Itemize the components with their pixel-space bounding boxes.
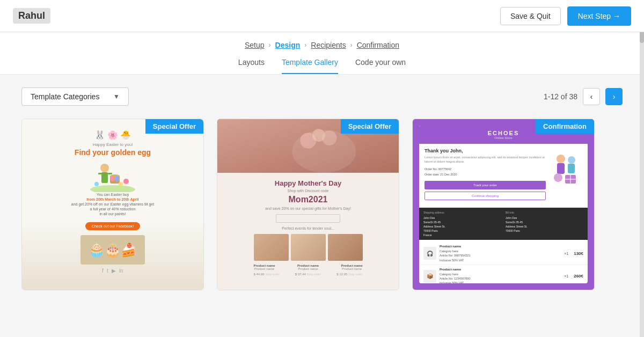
product-1-image: 🎧 [423, 247, 436, 260]
confirmation-inner: ECHOES Online Store Thank you John, Lore… [419, 126, 588, 283]
shipping-title: Shipping address [423, 210, 501, 215]
confirmation-continue-btn: Continue shopping [425, 192, 546, 200]
svg-point-1 [100, 164, 109, 172]
pagination-text: 1-12 of 38 [544, 92, 577, 101]
pagination: 1-12 of 38 ‹ › [544, 88, 623, 105]
template-badge-special-offer-1: Special Offer [145, 119, 203, 134]
product-prices: $ 44.99 Stay safe! $ 37.44 Stay safe! $ … [254, 273, 363, 276]
product-1-tax: Inclusive 50% VAT [440, 258, 561, 262]
bill-title: Bill info [506, 210, 583, 215]
product-1-name: Product name [440, 244, 561, 249]
confirmation-product-1: 🎧 Product name Category here Article No:… [419, 242, 588, 265]
bill-name: John Doe [506, 216, 583, 220]
svg-point-19 [568, 156, 575, 164]
tab-code-your-own[interactable]: Code your own [355, 58, 406, 74]
breadcrumb-confirmation[interactable]: Confirmation [357, 41, 399, 49]
sep-3: › [350, 41, 353, 49]
template-badge-special-offer-2: Special Offer [341, 119, 399, 134]
product-1-category: Category here [440, 249, 561, 253]
svg-point-16 [322, 130, 337, 145]
mothers-day-subtitle2: and save 20% on our special gifts for Mo… [254, 206, 363, 211]
product-2-name: Product name [440, 267, 561, 272]
product-1-qty: ×1 [564, 252, 568, 255]
mothers-day-photos [254, 234, 363, 261]
product-2-info: Product name Category here Article No: 1… [440, 267, 561, 283]
mothers-day-content: Happy Mother's Day Shop with Discount co… [243, 173, 374, 290]
shipping-country: France [423, 233, 501, 237]
photo-3 [328, 234, 363, 261]
scrollbar-track [640, 0, 644, 337]
tab-template-gallery[interactable]: Template Gallery [282, 58, 338, 74]
svg-point-10 [119, 182, 123, 186]
shipping-city: 70000 Paris [423, 229, 501, 233]
tabs: Layouts Template Gallery Code your own [225, 58, 419, 74]
confirmation-body: Thank you John, Lorem ipsum dolor sit am… [419, 144, 588, 208]
pagination-next-button[interactable]: › [605, 88, 623, 105]
template-grid: Special Offer 🐰🌸🐣 Happy Easter to you! F… [21, 119, 623, 290]
sep-2: › [304, 41, 306, 49]
product-labels: Product name Product name Product name P… [254, 264, 363, 270]
product-2-tax: Inclusive 50% VAT [440, 281, 561, 283]
photo-2 [291, 234, 326, 261]
svg-point-17 [557, 155, 565, 163]
bill-street: SomeSt 35-45 [506, 220, 583, 224]
confirmation-bill: Bill info John Doe SomeSt 35-45 Address … [506, 210, 583, 237]
product-1-sku: Article No: 0987954321 [440, 253, 561, 258]
confirmation-order-info: Order No: 90775642 Order date: 21 Dec 20… [425, 167, 546, 178]
header-actions: Save & Quit Next Step → [500, 6, 631, 26]
svg-rect-20 [568, 164, 575, 173]
mothers-day-body: Perfect events for tender soul... [254, 226, 363, 231]
easter-illustration [89, 160, 137, 192]
template-badge-confirmation: Confirmation [536, 119, 594, 134]
template-card-mothers-day[interactable]: Special Offer [217, 119, 399, 290]
easter-social: ft▶in [102, 268, 123, 274]
breadcrumb: Setup › Design › Recipients › Confirmati… [245, 41, 399, 49]
pagination-prev-button[interactable]: ‹ [583, 88, 600, 105]
easter-cta: Check out our Facebook! [85, 222, 140, 230]
template-card-easter[interactable]: Special Offer 🐰🌸🐣 Happy Easter to you! F… [21, 119, 204, 290]
svg-point-11 [94, 182, 99, 186]
product-2-image: 📦 [423, 270, 436, 283]
easter-text: You can Easter buy from 20th March to 20… [71, 192, 154, 216]
mothers-day-title: Happy Mother's Day [254, 179, 363, 187]
bill-city: 70000 Paris [506, 229, 583, 233]
bill-address2: Address Street St. [506, 224, 583, 229]
category-dropdown[interactable]: Template Categories ▼ [21, 87, 129, 106]
toolbar: Template Categories ▼ 1-12 of 38 ‹ › [21, 87, 623, 106]
mothers-day-subtitle1: Shop with Discount code [254, 189, 363, 193]
product-2-price: 260€ [574, 274, 583, 279]
product-2-category: Category here [440, 272, 561, 276]
confirmation-content-row: Thank you John, Lorem ipsum dolor sit am… [425, 148, 582, 203]
photo-1 [254, 234, 289, 261]
svg-point-8 [115, 176, 119, 181]
product-1-price: 130€ [574, 251, 583, 256]
breadcrumb-design[interactable]: Design [275, 41, 301, 49]
svg-rect-18 [557, 163, 565, 174]
dropdown-label: Template Categories [31, 92, 99, 101]
easter-icons: 🐰🌸🐣 [94, 130, 131, 140]
confirmation-lorem: Lorem ipsum dolor sit amet, consectetur … [425, 156, 546, 164]
confirmation-illustration [550, 148, 582, 193]
confirmation-characters-svg [550, 148, 582, 191]
confirmation-product-2: 📦 Product name Category here Article No:… [419, 265, 588, 283]
shipping-name: John Doe [423, 216, 501, 220]
logo: Rahul [13, 8, 50, 24]
svg-point-7 [111, 176, 115, 181]
steps-nav: Setup › Design › Recipients › Confirmati… [0, 32, 644, 75]
save-quit-button[interactable]: Save & Quit [500, 7, 561, 25]
template-card-confirmation[interactable]: Confirmation ECHOES Online Store Thank y… [412, 119, 595, 290]
confirmation-text-col: Thank you John, Lorem ipsum dolor sit am… [425, 148, 546, 203]
breadcrumb-recipients[interactable]: Recipients [311, 41, 346, 49]
svg-rect-4 [108, 173, 112, 174]
tab-layouts[interactable]: Layouts [238, 58, 265, 74]
main-content: Template Categories ▼ 1-12 of 38 ‹ › Spe… [0, 75, 644, 303]
breadcrumb-setup[interactable]: Setup [245, 41, 265, 49]
svg-point-9 [123, 179, 129, 184]
dropdown-arrow-icon: ▼ [113, 93, 120, 100]
easter-cupcakes: 🧁🎂🍰 [80, 235, 145, 265]
shipping-street: SomeSt 35-45 [423, 220, 501, 224]
easter-main-title: Find your golden egg [75, 148, 151, 157]
next-step-button[interactable]: Next Step → [567, 6, 631, 26]
product-2-sku: Article No: 1234567890 [440, 276, 561, 281]
confirmation-tagline: Online Store [423, 136, 583, 140]
